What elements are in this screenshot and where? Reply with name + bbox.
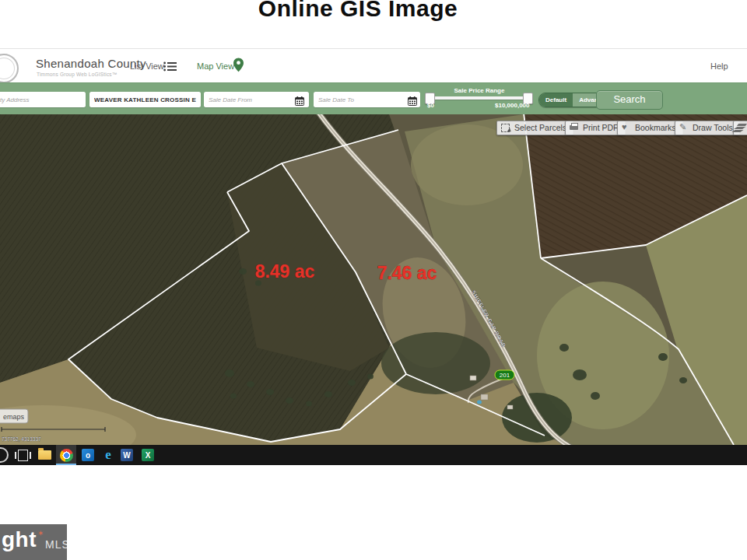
price-min-value: $0 xyxy=(427,102,434,109)
mls-logo-text: ght xyxy=(2,527,37,552)
app-header: Shenandoah County Timmons Group Web LoGI… xyxy=(0,48,747,83)
file-explorer-icon xyxy=(38,450,51,460)
select-parcels-button[interactable]: Select Parcels xyxy=(496,121,573,135)
svg-text:201: 201 xyxy=(500,372,510,379)
county-seal-logo xyxy=(0,54,19,83)
mls-logo-suffix: MLS xyxy=(45,538,67,551)
taskbar-file-explorer[interactable] xyxy=(34,445,54,465)
taskbar-excel[interactable]: X xyxy=(138,445,158,465)
cortana-search-icon xyxy=(0,447,9,463)
taskbar-internet-explorer[interactable]: e xyxy=(98,445,118,465)
screen: Online GIS Image Shenandoah County Timmo… xyxy=(0,0,747,560)
print-pdf-button[interactable]: Print PDF xyxy=(565,121,626,135)
default-mode-button[interactable]: Default xyxy=(539,93,573,107)
word-icon: W xyxy=(121,449,133,461)
map-pin-icon[interactable] xyxy=(233,58,244,75)
excel-icon: X xyxy=(142,449,154,461)
price-range-track[interactable] xyxy=(427,96,531,100)
list-view-icon[interactable] xyxy=(163,61,177,75)
calendar-icon[interactable] xyxy=(295,95,304,104)
map-coordinates-readout: 737762, 4313337 xyxy=(2,436,41,442)
taskbar-task-view[interactable] xyxy=(12,445,33,465)
map-canvas[interactable]: 8.49 ac 7.46 ac SHIFFLER GAP ROAD 201 em… xyxy=(0,114,747,445)
taskbar-cortana-search[interactable] xyxy=(0,445,11,465)
page-title: Online GIS Image xyxy=(0,0,716,22)
list-view-link[interactable]: List View xyxy=(130,61,164,71)
bookmarks-button[interactable]: ♥ Bookmarks xyxy=(617,121,683,135)
parcel-acreage-label: 8.49 ac xyxy=(255,261,315,282)
task-view-icon xyxy=(18,450,28,461)
printer-icon xyxy=(570,125,578,130)
chrome-icon xyxy=(60,449,73,462)
sale-date-to-input[interactable] xyxy=(314,92,420,107)
address-marker: 201 xyxy=(495,370,514,380)
layers-button[interactable] xyxy=(733,121,747,135)
owner-input[interactable] xyxy=(89,92,201,107)
app-subtitle: Timmons Group Web LoGIStics™ xyxy=(37,72,117,77)
price-range-label: Sale Price Range xyxy=(426,87,532,94)
help-link[interactable]: Help xyxy=(710,61,728,71)
outlook-icon: o xyxy=(82,449,94,461)
taskbar-word[interactable]: W xyxy=(117,445,137,465)
select-parcels-icon xyxy=(501,124,510,132)
bright-mls-watermark: ght ✶ MLS xyxy=(0,524,67,560)
basemaps-button[interactable]: emaps xyxy=(0,409,28,423)
map-viewport: 8.49 ac 7.46 ac SHIFFLER GAP ROAD 201 em… xyxy=(0,114,747,445)
sale-date-from-input[interactable] xyxy=(204,92,309,107)
taskbar-chrome[interactable] xyxy=(56,445,76,465)
taskbar: o e W X xyxy=(0,445,747,465)
search-button[interactable]: Search xyxy=(596,90,663,110)
taskbar-outlook[interactable]: o xyxy=(78,445,98,465)
internet-explorer-icon: e xyxy=(105,447,111,463)
mls-star-icon: ✶ xyxy=(37,529,44,537)
svg-text:emaps: emaps xyxy=(3,413,25,421)
draw-tools-button[interactable]: ✎ Draw Tools xyxy=(675,121,740,135)
calendar-icon[interactable] xyxy=(408,95,417,104)
address-input[interactable] xyxy=(0,92,86,107)
layers-icon xyxy=(737,124,747,126)
price-max-value: $10,000,000 xyxy=(495,102,530,109)
parcel-acreage-label: 7.46 ac xyxy=(377,263,437,283)
search-bar: Sale Price Range $0 $10,000,000 Default … xyxy=(0,82,747,115)
pencil-icon: ✎ xyxy=(679,123,688,131)
map-view-link[interactable]: Map View xyxy=(197,61,234,71)
heart-icon: ♥ xyxy=(622,123,630,131)
